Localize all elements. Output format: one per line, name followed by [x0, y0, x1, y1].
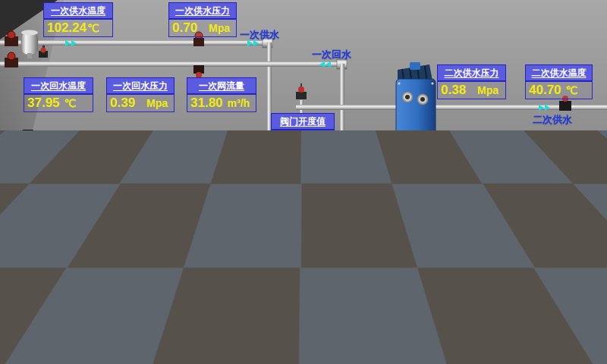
control-valve[interactable]: [296, 86, 307, 99]
pipe-label-makeup-water: 补水: [442, 304, 462, 318]
valve-secondary-return-right[interactable]: [593, 215, 604, 233]
gauge-value: 31.80: [190, 96, 223, 111]
gauge-value: 36.63: [529, 204, 561, 219]
gauge-unit: ℃: [87, 22, 99, 34]
gauge-title: 二次供水温度: [525, 64, 593, 81]
gauge-value: 40.70: [529, 83, 561, 98]
pipe-label-secondary-return: 二次回水: [544, 234, 583, 248]
gauge-unit: m³: [64, 244, 77, 256]
gauge-unit: %: [311, 133, 320, 145]
gauge-value: 102.24: [47, 20, 86, 36]
valve-top-left-return[interactable]: [5, 52, 18, 67]
gauge-primary-supply-pressure[interactable]: 一次供水压力 0.70Mpa: [168, 2, 237, 37]
gauge-value: 1.10: [28, 243, 53, 258]
gauge-title: 一次供水温度: [43, 2, 113, 19]
gauge-value: 0.39: [110, 96, 135, 111]
hmi-heating-station-screen: 一次供水温度 102.24℃ 一次供水压力 0.70Mpa 一次回水温度 37.…: [0, 0, 607, 364]
gauge-unit: Mpa: [477, 84, 498, 96]
gauge-title: 阀门开度值: [271, 113, 335, 130]
pipe-label-secondary-supply: 二次供水: [533, 113, 572, 127]
gauge-value: 37.95: [27, 96, 60, 111]
gauge-makeup-pump-frequency[interactable]: 补水泵频率 33.88Hz: [210, 284, 280, 318]
gauge-value: 0.38: [441, 83, 466, 98]
valve-top-left-supply[interactable]: [5, 31, 18, 46]
gauge-title: 二次回水压力: [437, 186, 505, 202]
strainer-separator: [21, 30, 38, 59]
valve-return-mid[interactable]: [193, 65, 204, 78]
pipe-label-primary-supply: 一次供水: [240, 28, 279, 42]
scene: [0, 0, 607, 364]
drain-valve-supply[interactable]: [39, 46, 48, 58]
gauge-unit: Hz: [251, 303, 264, 315]
gauge-valve-opening[interactable]: 阀门开度值 5.92%: [271, 113, 335, 148]
pipe-label-primary-return: 一次回水: [312, 48, 351, 61]
gauge-unit: ℃: [64, 97, 77, 109]
gauge-title: 二次供水压力: [437, 64, 506, 81]
gauge-title: 一次供水压力: [168, 2, 237, 19]
gauge-title: 一次网流量: [187, 77, 256, 94]
gauge-title: 一次回水压力: [106, 77, 175, 94]
gauge-unit: Mpa: [477, 206, 498, 218]
gauge-unit: Mpa: [146, 97, 168, 109]
gauge-title: 补水泵频率: [210, 284, 280, 300]
gauge-title: 水箱液位高度: [24, 224, 94, 241]
gauge-title: 二次回水温度: [525, 186, 593, 202]
gauge-secondary-supply-pressure[interactable]: 二次供水压力 0.38Mpa: [437, 64, 506, 99]
gauge-secondary-return-temp[interactable]: 二次回水温度 36.63℃: [525, 186, 593, 221]
gauge-value: 0.27: [441, 204, 466, 219]
gauge-value: 5.92: [275, 131, 300, 146]
gauge-title: 一次回水温度: [24, 77, 93, 94]
gauge-unit: Mpa: [209, 22, 230, 34]
gauge-tank-level[interactable]: 水箱液位高度 1.10m³: [24, 224, 94, 259]
gauge-primary-return-pressure[interactable]: 一次回水压力 0.39Mpa: [106, 77, 175, 112]
gauge-value: 0.70: [172, 20, 197, 36]
gauge-value: 33.88: [214, 302, 247, 317]
gauge-primary-supply-temp[interactable]: 一次供水温度 102.24℃: [43, 2, 113, 37]
gauge-unit: m³/h: [228, 97, 250, 109]
gauge-secondary-return-pressure[interactable]: 二次回水压力 0.27Mpa: [437, 186, 505, 221]
gauge-unit: ℃: [566, 84, 578, 96]
gauge-primary-return-temp[interactable]: 一次回水温度 37.95℃: [24, 77, 93, 112]
gauge-unit: ℃: [566, 206, 578, 218]
gauge-primary-network-flow[interactable]: 一次网流量 31.80m³/h: [187, 77, 256, 112]
baseboard: [0, 130, 33, 192]
gauge-secondary-supply-temp[interactable]: 二次供水温度 40.70℃: [525, 64, 593, 99]
